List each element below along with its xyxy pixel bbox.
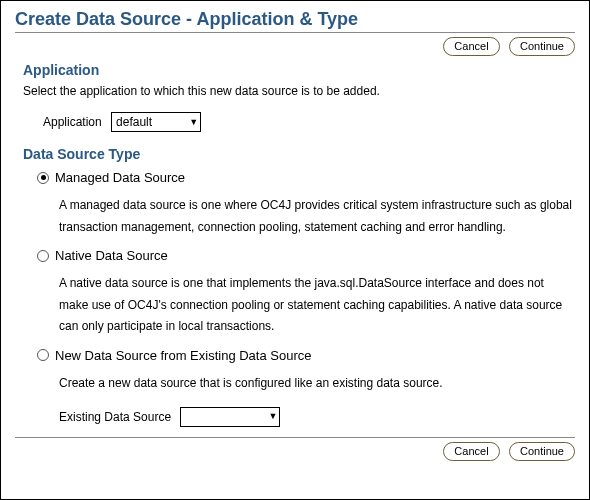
title-divider bbox=[15, 32, 575, 33]
option-existing: New Data Source from Existing Data Sourc… bbox=[37, 348, 575, 427]
continue-button-bottom[interactable]: Continue bbox=[509, 442, 575, 461]
application-description: Select the application to which this new… bbox=[23, 84, 575, 98]
application-select[interactable]: default ▼ bbox=[111, 112, 201, 132]
application-field-label: Application bbox=[43, 115, 102, 129]
option-managed-label: Managed Data Source bbox=[55, 170, 185, 185]
option-existing-row[interactable]: New Data Source from Existing Data Sourc… bbox=[37, 348, 575, 363]
radio-managed[interactable] bbox=[37, 172, 49, 184]
bottom-button-row: Cancel Continue bbox=[15, 442, 575, 461]
chevron-down-icon: ▼ bbox=[189, 118, 198, 127]
existing-source-field-label: Existing Data Source bbox=[59, 410, 171, 424]
chevron-down-icon: ▼ bbox=[268, 412, 277, 421]
radio-existing[interactable] bbox=[37, 349, 49, 361]
continue-button-top[interactable]: Continue bbox=[509, 37, 575, 56]
application-heading: Application bbox=[23, 62, 575, 78]
existing-source-select[interactable]: ▼ bbox=[180, 407, 280, 427]
option-managed-description: A managed data source is one where OC4J … bbox=[59, 195, 575, 238]
data-source-type-heading: Data Source Type bbox=[23, 146, 575, 162]
page-container: Create Data Source - Application & Type … bbox=[0, 0, 590, 500]
cancel-button-bottom[interactable]: Cancel bbox=[443, 442, 499, 461]
option-native: Native Data Source A native data source … bbox=[37, 248, 575, 338]
type-options-group: Managed Data Source A managed data sourc… bbox=[37, 170, 575, 427]
radio-native[interactable] bbox=[37, 250, 49, 262]
option-native-row[interactable]: Native Data Source bbox=[37, 248, 575, 263]
option-native-label: Native Data Source bbox=[55, 248, 168, 263]
option-managed-row[interactable]: Managed Data Source bbox=[37, 170, 575, 185]
top-button-row: Cancel Continue bbox=[15, 37, 575, 56]
option-existing-description: Create a new data source that is configu… bbox=[59, 373, 575, 395]
bottom-divider bbox=[15, 437, 575, 438]
application-field-row: Application default ▼ bbox=[43, 112, 575, 132]
option-native-description: A native data source is one that impleme… bbox=[59, 273, 575, 338]
existing-source-field-row: Existing Data Source ▼ bbox=[59, 407, 575, 427]
option-existing-label: New Data Source from Existing Data Sourc… bbox=[55, 348, 312, 363]
option-managed: Managed Data Source A managed data sourc… bbox=[37, 170, 575, 238]
page-title: Create Data Source - Application & Type bbox=[15, 9, 575, 30]
cancel-button-top[interactable]: Cancel bbox=[443, 37, 499, 56]
application-select-value: default bbox=[116, 115, 152, 129]
